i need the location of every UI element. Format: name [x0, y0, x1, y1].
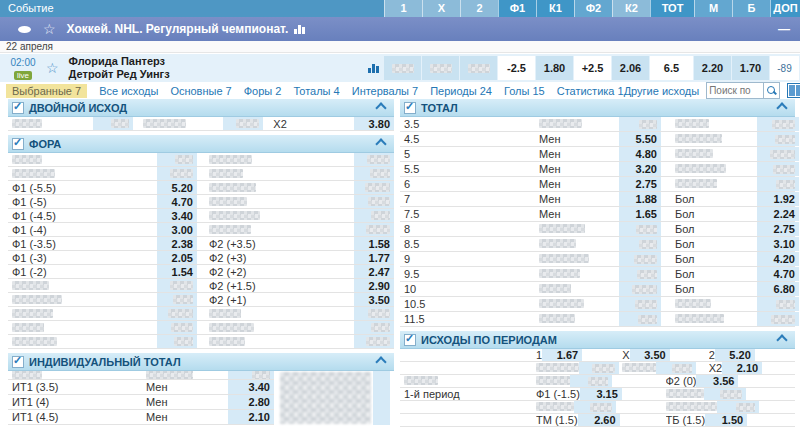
bar-chart-icon[interactable] — [368, 64, 379, 73]
match-odds-cell[interactable]: 2.06 — [612, 56, 649, 80]
redacted-odds-cell[interactable] — [619, 312, 661, 326]
odds-cell[interactable]: 1.67 — [542, 349, 582, 361]
redacted-odds-cell[interactable] — [157, 153, 197, 166]
match-odds-cell[interactable]: 1.80 — [536, 56, 573, 80]
odds-cell[interactable]: 2.10 — [228, 410, 274, 424]
redacted-odds-cell[interactable] — [157, 335, 197, 348]
odds-cell[interactable]: 1.50 — [705, 414, 747, 426]
redacted-odds-cell[interactable] — [354, 195, 394, 208]
odds-cell[interactable]: 2.75 — [619, 177, 661, 191]
match-odds-cell[interactable]: +2.5 — [574, 56, 611, 80]
tab-Статистика 1[interactable]: Статистика 1 — [557, 85, 624, 97]
checkbox-checked-icon[interactable] — [404, 334, 416, 346]
odds-cell[interactable]: 5.20 — [157, 181, 197, 194]
tab-Тоталы 4[interactable]: Тоталы 4 — [293, 85, 339, 97]
redacted-odds-cell[interactable] — [757, 132, 799, 146]
match-odds-cell[interactable]: -89 — [770, 56, 799, 80]
tab-Выбранные 7[interactable]: Выбранные 7 — [6, 84, 87, 98]
odds-cell[interactable]: 2.10 — [722, 362, 762, 374]
odds-cell[interactable]: 1.54 — [157, 265, 197, 278]
favorite-star-icon[interactable]: ☆ — [43, 22, 56, 36]
odds-cell[interactable]: 3.50 — [630, 349, 670, 361]
redacted-odds-cell[interactable] — [619, 297, 661, 311]
column-header-X[interactable]: X — [422, 0, 460, 17]
redacted-match-odds-cell[interactable] — [422, 56, 459, 80]
tab-Форы 2[interactable]: Форы 2 — [244, 85, 282, 97]
checkbox-checked-icon[interactable] — [12, 138, 24, 150]
collapse-chevron-icon[interactable] — [776, 102, 787, 113]
redacted-odds-cell[interactable] — [717, 401, 759, 413]
checkbox-checked-icon[interactable] — [12, 102, 24, 114]
other-outcomes-link[interactable]: Другие исходы — [624, 85, 700, 97]
redacted-odds-cell[interactable] — [619, 282, 661, 296]
match-row[interactable]: 02:00 live ☆ Флорида Пантерз Детройт Ред… — [0, 54, 800, 82]
collapse-chevron-icon[interactable] — [375, 138, 386, 149]
odds-cell[interactable]: 1.88 — [619, 192, 661, 206]
redacted-odds-cell[interactable] — [228, 371, 274, 379]
redacted-odds-cell[interactable] — [354, 209, 394, 222]
odds-cell[interactable]: 3.40 — [157, 209, 197, 222]
redacted-odds-cell[interactable] — [157, 307, 197, 320]
redacted-odds-cell[interactable] — [354, 307, 394, 320]
odds-cell[interactable]: 2.75 — [757, 222, 799, 236]
redacted-odds-cell[interactable] — [757, 117, 799, 131]
odds-cell[interactable]: 5.20 — [715, 349, 755, 361]
redacted-odds-cell[interactable] — [157, 293, 197, 306]
match-odds-cell[interactable]: 2.20 — [694, 56, 731, 80]
odds-cell[interactable]: 3.56 — [696, 375, 738, 387]
redacted-odds-cell[interactable] — [157, 279, 197, 292]
odds-cell[interactable]: 4.20 — [757, 252, 799, 266]
odds-cell[interactable]: 4.70 — [157, 195, 197, 208]
tab-Интервалы 7[interactable]: Интервалы 7 — [352, 85, 418, 97]
redacted-odds-cell[interactable] — [619, 222, 661, 236]
tab-Основные 7[interactable]: Основные 7 — [170, 85, 231, 97]
column-header-Б[interactable]: Б — [732, 0, 770, 17]
redacted-odds-cell[interactable] — [354, 153, 394, 166]
redacted-odds-cell[interactable] — [354, 321, 394, 334]
redacted-odds-cell[interactable] — [757, 147, 799, 161]
odds-cell[interactable]: 6.80 — [757, 282, 799, 296]
redacted-odds-cell[interactable] — [579, 362, 619, 374]
checkbox-checked-icon[interactable] — [404, 102, 416, 114]
collapse-chevron-icon[interactable] — [776, 334, 787, 345]
odds-cell[interactable]: 3.80 — [354, 117, 394, 130]
match-odds-cell[interactable]: 6.5 — [650, 56, 693, 80]
match-odds-cell[interactable]: -2.5 — [498, 56, 535, 80]
odds-cell[interactable]: 4.70 — [757, 267, 799, 281]
redacted-odds-cell[interactable] — [619, 117, 661, 131]
odds-cell[interactable]: 2.05 — [157, 251, 197, 264]
redacted-odds-cell[interactable] — [619, 267, 661, 281]
redacted-odds-cell[interactable] — [704, 388, 746, 400]
redacted-odds-cell[interactable] — [757, 297, 799, 311]
redacted-odds-cell[interactable] — [656, 362, 696, 374]
redacted-odds-cell[interactable] — [354, 181, 394, 194]
tab-Голы 15[interactable]: Голы 15 — [504, 85, 545, 97]
search-input[interactable] — [707, 85, 763, 96]
checkbox-checked-icon[interactable] — [12, 356, 24, 368]
odds-cell[interactable]: 1.77 — [354, 251, 394, 264]
redacted-odds-cell[interactable] — [757, 177, 799, 191]
odds-cell[interactable]: 2.90 — [354, 279, 394, 292]
redacted-odds-cell[interactable] — [354, 167, 394, 180]
tab-Все исходы[interactable]: Все исходы — [99, 85, 158, 97]
redacted-match-odds-cell[interactable] — [384, 56, 421, 80]
column-header-ТОТ[interactable]: ТОТ — [650, 0, 694, 17]
redacted-odds-cell[interactable] — [354, 335, 394, 348]
odds-cell[interactable]: 3.15 — [580, 388, 622, 400]
odds-cell[interactable]: 2.24 — [757, 207, 799, 221]
column-header-1[interactable]: 1 — [384, 0, 422, 17]
column-header-ДОП[interactable]: ДОП — [770, 0, 800, 17]
odds-cell[interactable]: 2.38 — [157, 237, 197, 250]
redacted-odds-cell[interactable] — [757, 162, 799, 176]
redacted-odds-cell[interactable] — [570, 375, 612, 387]
odds-cell[interactable]: 3.40 — [228, 380, 274, 394]
odds-cell[interactable]: 3.50 — [354, 293, 394, 306]
tab-Периоды 24[interactable]: Периоды 24 — [430, 85, 492, 97]
match-odds-cell[interactable]: 1.70 — [732, 56, 769, 80]
odds-cell[interactable]: 1.92 — [757, 192, 799, 206]
favorite-star-icon[interactable]: ☆ — [46, 61, 59, 75]
column-header-К1[interactable]: К1 — [536, 0, 574, 17]
collapse-chevron-icon[interactable] — [375, 102, 386, 113]
odds-cell[interactable]: 5.50 — [619, 132, 661, 146]
redacted-match-odds-cell[interactable] — [460, 56, 497, 80]
